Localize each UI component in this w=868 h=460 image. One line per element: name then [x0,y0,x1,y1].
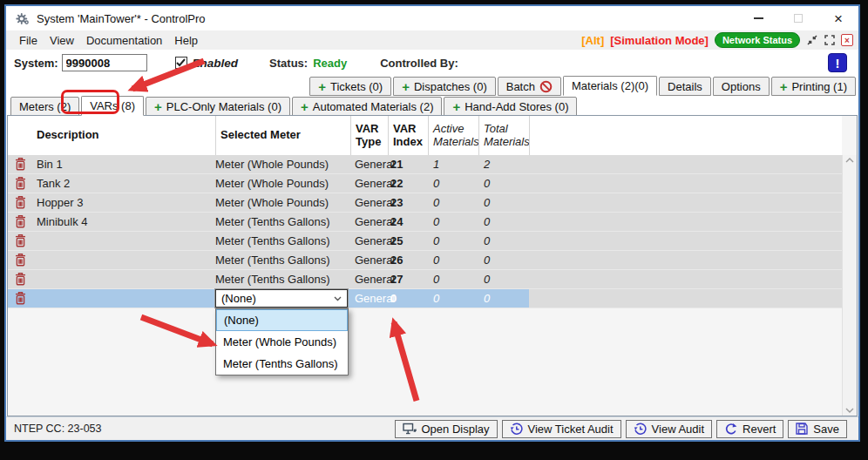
ntep-cc-label: NTEP CC: 23-053 [14,423,102,435]
add-icon: + [452,100,460,113]
selected-meter-combobox[interactable]: (None) [215,289,348,308]
add-icon: + [780,80,788,93]
tab-label: Details [668,80,702,93]
cell-var-index: 26 [388,254,428,267]
view-ticket-audit-button[interactable]: View Ticket Audit [502,420,621,438]
maximize-button[interactable] [778,6,818,30]
dropdown-option-tenths-gallons[interactable]: Meter (Tenths Gallons) [216,353,348,375]
cell-total-materials: 0 [478,215,529,228]
cell-total-materials: 0 [478,273,529,286]
tab-label: Automated Materials (2) [313,100,434,113]
cell-total-materials: 0 [478,234,529,247]
cell-selected-meter[interactable]: Meter (Tenths Gallons) [215,254,350,267]
table-row[interactable]: Meter (Tenths Gallons) General 27 0 0 [8,270,842,289]
table-row[interactable]: Minibulk 4 Meter (Tenths Gallons) Genera… [8,213,842,232]
delete-row-button[interactable] [8,215,37,228]
open-display-button[interactable]: Open Display [395,420,498,438]
tab-automated-materials[interactable]: +Automated Materials (2) [292,97,443,116]
table-row[interactable]: Meter (Tenths Gallons) General 26 0 0 [8,251,842,270]
tab-tickets[interactable]: +Tickets (0) [309,77,391,96]
delete-row-button[interactable] [8,158,37,171]
tab-vars[interactable]: VARs (8) [81,96,144,116]
cell-selected-meter[interactable]: Meter (Tenths Gallons) [215,215,350,228]
delete-row-button[interactable] [8,177,37,190]
chevron-down-icon [334,296,342,301]
cell-selected-meter[interactable]: Meter (Whole Pounds) [215,158,350,171]
col-line: Total [484,123,529,136]
table-row[interactable]: Meter (Tenths Gallons) General 25 0 0 [8,232,842,251]
tab-label: Options [722,80,761,93]
tab-materials[interactable]: Materials (2)(0) [563,76,657,96]
cell-var-type: General [350,196,388,209]
cell-var-index: 25 [388,234,428,247]
trash-icon [15,292,26,305]
revert-button[interactable]: Revert [716,420,783,438]
view-audit-button[interactable]: View Audit [626,420,712,438]
cell-selected-meter[interactable]: Meter (Tenths Gallons) [215,234,350,247]
delete-row-button[interactable] [8,292,37,305]
menu-view[interactable]: View [44,34,80,47]
button-label: Open Display [422,423,490,436]
tab-meters[interactable]: Meters (2) [10,97,79,116]
alert-button[interactable]: ! [828,53,847,72]
tab-options[interactable]: Options [713,77,770,96]
trash-icon [15,177,26,190]
add-icon: + [301,100,309,113]
close-button[interactable]: × [818,6,858,30]
cell-description: Tank 2 [37,177,215,190]
tab-printing[interactable]: +Printing (1) [771,77,856,96]
tab-hand-add-stores[interactable]: +Hand-Add Stores (0) [444,97,577,116]
table-row[interactable]: Hopper 3 Meter (Whole Pounds) General 23… [8,193,842,213]
col-active-materials: ActiveMaterials [428,116,478,155]
button-label: View Ticket Audit [528,423,614,436]
tab-details[interactable]: Details [659,77,711,96]
tab-dispatches[interactable]: +Dispatches (0) [393,77,496,96]
cell-var-type: General [350,158,388,171]
history-clock-icon [510,423,523,436]
add-icon: + [402,80,410,93]
table-row[interactable]: Tank 2 Meter (Whole Pounds) General 22 0… [8,174,842,193]
history-clock-icon [634,423,647,436]
cell-selected-meter[interactable]: Meter (Whole Pounds) [215,177,350,190]
col-line: Materials [433,136,478,149]
menu-file[interactable]: File [13,34,44,47]
minimize-button[interactable] [738,6,778,30]
delete-row-button[interactable] [8,273,37,286]
cell-var-index: 27 [388,273,428,286]
enabled-label: Enabled [193,57,239,70]
tab-label: Batch [506,80,535,93]
cell-var-index: 24 [388,215,428,228]
button-label: Save [813,423,839,436]
status-bar: NTEP CC: 23-053 Open Display View Ticket… [6,416,858,440]
enabled-checkbox[interactable] [175,57,187,69]
delete-row-button[interactable] [8,234,37,247]
cell-active-materials: 0 [428,292,478,305]
cell-selected-meter[interactable]: Meter (Tenths Gallons) [215,273,350,286]
dropdown-option-whole-pounds[interactable]: Meter (Whole Pounds) [216,331,348,353]
close-panel-icon[interactable]: × [841,34,853,46]
cell-var-index: 0 [388,292,428,305]
menu-help[interactable]: Help [168,34,204,47]
delete-row-button[interactable] [8,254,37,267]
scroll-down-icon[interactable] [845,408,854,413]
menu-documentation[interactable]: Documentation [80,34,168,47]
tab-plc-only-materials[interactable]: +PLC-Only Materials (0) [146,97,290,116]
fullscreen-icon[interactable] [824,35,835,46]
tab-label: VARs (8) [90,99,135,112]
trash-icon [15,234,26,247]
trash-icon [15,158,26,171]
dropdown-option-none[interactable]: (None) [216,309,348,331]
delete-row-button[interactable] [8,196,37,209]
button-label: Revert [743,423,776,436]
tab-batch[interactable]: Batch [498,77,561,96]
save-button[interactable]: Save [788,420,847,438]
col-description: Description [37,116,215,155]
dock-collapse-icon[interactable] [806,35,817,46]
table-row-selected[interactable]: (None) General 0 0 0 [8,289,842,308]
scroll-up-icon[interactable] [845,158,854,163]
cell-selected-meter[interactable]: Meter (Whole Pounds) [215,196,350,209]
trash-icon [15,273,26,286]
table-row[interactable]: Bin 1 Meter (Whole Pounds) General 21 1 … [8,155,842,174]
vertical-scrollbar[interactable] [842,155,857,416]
system-number-input[interactable] [62,54,147,71]
